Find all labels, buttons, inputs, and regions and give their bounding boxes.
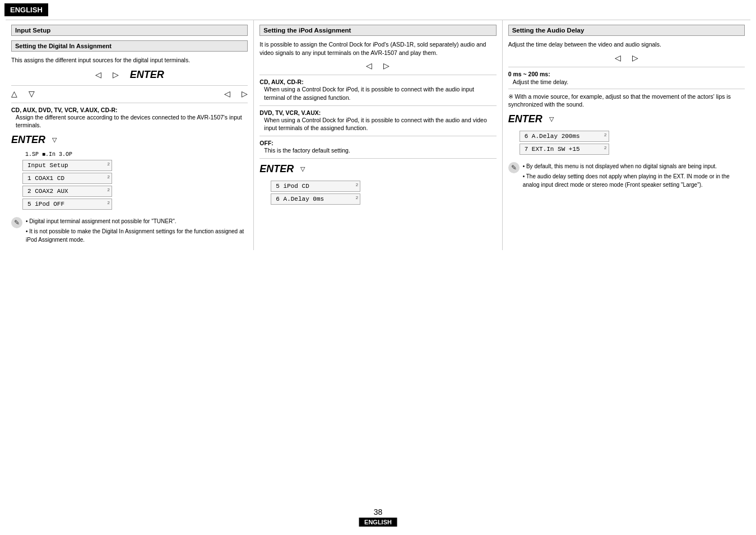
section-title-audio-delay: Setting the Audio Delay [508,25,745,36]
divider-2 [11,103,248,103]
audio-left-arrow: ◁ [615,53,621,62]
enter-btn-ipod: ENTER [259,163,294,175]
ipod-item-dvd: DVD, TV, VCR, V.AUX: When using a Contro… [259,109,496,132]
audio-delay-body: Adjust the time delay between the video … [508,40,745,49]
footer-language: ENGLISH [359,518,397,527]
ipod-left-arrow: ◁ [366,61,372,70]
down-arrow-ipod-icon: ▽ [300,165,305,173]
note-text-col3: By default, this menu is not displayed w… [523,162,745,191]
note-bullet-1: Digital input terminal assignment not po… [26,217,248,225]
subsection-title-digital-in: Setting the Digital In Assignment [11,40,248,52]
section-title-input-setup: Input Setup [11,25,248,36]
main-content: Input Setup Setting the Digital In Assig… [0,20,756,250]
down-arrow-audio-icon: ▽ [549,116,554,123]
down-arrow-icon: ▽ [29,89,35,98]
ipod-item-dvd-label: DVD, TV, VCR, V.AUX: [259,109,496,116]
ipod-item-off-label: OFF: [259,140,496,146]
cd-aux-label: CD, AUX, DVD, TV, VCR, V.AUX, CD-R: [11,107,248,113]
note-col3: ✎ By default, this menu is not displayed… [508,162,745,191]
cd-aux-text: Assign the different source according to… [11,113,248,130]
note-text-col1: Digital input terminal assignment not po… [26,217,248,246]
up-arrow-icon: △ [11,89,17,98]
audio-right-arrow: ▷ [632,53,638,62]
section-title-ipod: Setting the iPod Assignment [259,25,496,36]
note-bullet-2: It is not possible to make the Digital I… [26,227,248,244]
range-label: 0 ms ~ 200 ms: [508,71,745,77]
language-label: ENGLISH [4,3,48,16]
ipod-item-off: OFF: This is the factory default setting… [259,140,496,155]
ipod-item-dvd-text: When using a Control Dock for iPod, it i… [259,116,496,132]
osd-ipod-cd: 5 iPod CD 2 [271,181,360,192]
osd-ipod-adelay: 6 A.Delay 0ms 2 [271,193,360,205]
osd-col2: 5 iPod CD 2 6 A.Delay 0ms 2 [259,181,496,206]
divider-ipod-3 [259,136,496,136]
enter-row-audio: ENTER ▽ [508,113,745,125]
divider-1 [11,85,248,86]
ipod-body: It is possible to assign the Control Doc… [259,40,496,57]
enter-label-1: ENTER [130,69,164,81]
divider-ipod-4 [259,158,496,159]
osd-col3: 6 A.Delay 200ms 2 7 EXT.In SW +15 2 [508,131,745,156]
osd-row-coax2: 2 COAX2 AUX 2 [22,186,112,197]
nav-arrows-audio: ◁ ▷ [508,53,745,62]
right-arrow-2-icon: ▷ [242,89,248,98]
nav-arrows-1: ◁ ▷ ENTER [11,69,248,81]
enter-btn-audio: ENTER [508,113,542,125]
osd-top-row: 1.SP ■.In 3.OP [22,151,72,158]
ipod-right-arrow: ▷ [383,61,389,70]
language-header: ENGLISH [0,0,756,20]
osd-row-coax1: 1 COAX1 CD 2 [22,173,112,184]
note-col3-bullet-2: The audio delay setting does not apply w… [523,172,745,189]
osd-ext-in-sw: 7 EXT.In SW +15 2 [520,144,609,155]
down-arrow-enter-icon: ▽ [52,136,57,144]
note-icon-col3: ✎ [508,162,520,173]
note-icon-col1: ✎ [11,217,22,228]
enter-row-1: ENTER ▽ [11,134,248,146]
ipod-item-cd-label: CD, AUX, CD-R: [259,79,496,85]
ipod-item-cd-text: When using a Control Dock for iPod, it i… [259,85,496,102]
col-ipod-assignment: Setting the iPod Assignment It is possib… [253,20,502,250]
range-desc: Adjust the time delay. [508,79,745,85]
page-number: 38 [359,508,397,516]
col-audio-delay: Setting the Audio Delay Adjust the time … [502,20,750,250]
col-digital-in: Input Setup Setting the Digital In Assig… [6,20,253,250]
enter-row-ipod: ENTER ▽ [259,163,496,175]
nav-arrows-2: △ ▽ ◁ ▷ [11,89,248,98]
left-arrow-2-icon: ◁ [224,89,230,98]
page-footer: 38 ENGLISH [359,508,397,527]
osd-row-ipod-off: 5 iPod OFF 2 [22,199,112,210]
divider-ipod-2 [259,105,496,106]
note-star-text: ※ With a movie source, for example, adju… [508,93,745,109]
cd-aux-desc: CD, AUX, DVD, TV, VCR, V.AUX, CD-R: Assi… [11,107,248,130]
divider-audio-2 [508,89,745,89]
osd-row-input-setup: Input Setup 2 [22,160,112,171]
note-col1: ✎ Digital input terminal assignment not … [11,217,248,246]
left-arrow-icon: ◁ [95,70,101,79]
divider-audio-1 [508,67,745,67]
osd-col1: 1.SP ■.In 3.OP Input Setup 2 1 COAX1 CD … [11,151,248,211]
nav-arrows-ipod: ◁ ▷ [259,61,496,70]
divider-ipod-1 [259,75,496,75]
note-col3-bullet-1: By default, this menu is not displayed w… [523,162,745,170]
digital-in-body: This assigns the different input sources… [11,56,248,64]
ipod-item-cd: CD, AUX, CD-R: When using a Control Dock… [259,79,496,102]
enter-btn-1: ENTER [11,134,45,146]
osd-adelay-200: 6 A.Delay 200ms 2 [520,131,609,142]
right-arrow-icon: ▷ [113,70,119,79]
ipod-item-off-text: This is the factory default setting. [259,146,496,155]
